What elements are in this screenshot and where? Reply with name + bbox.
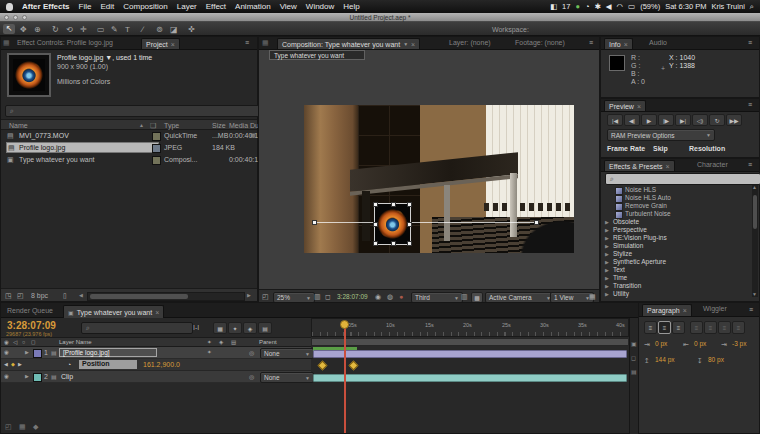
justify-last-right-button[interactable]: ≡ <box>718 321 731 334</box>
logo-layer[interactable] <box>374 203 411 245</box>
camera-tool-icon[interactable]: ⟲ <box>66 26 73 34</box>
tab-info[interactable]: Info × <box>604 38 633 49</box>
layer-bar-clip[interactable] <box>313 374 627 382</box>
layer-row[interactable]: ◉ ▶ 2 ▤ Clip ◎ None ▼ <box>1 371 311 383</box>
justify-last-left-button[interactable]: ≡ <box>690 321 703 334</box>
tab-effects-presets[interactable]: Effects & Presets × <box>604 160 675 171</box>
lock-icon[interactable]: ◻ <box>31 340 36 346</box>
trash-icon[interactable]: ▯ <box>63 292 67 299</box>
interpret-footage-icon[interactable]: ◳ <box>5 292 12 299</box>
tab-timeline-comp[interactable]: ▣ Type whatever you want × <box>63 305 164 318</box>
always-preview-icon[interactable]: ◰ <box>262 293 269 300</box>
effect-category[interactable]: Utility <box>613 290 629 298</box>
eye-icon[interactable]: ◉ <box>4 350 9 356</box>
channel-icon[interactable]: ● <box>399 293 403 300</box>
play-button[interactable]: ▶ <box>641 114 657 126</box>
menu-after-effects[interactable]: After Effects <box>22 2 70 11</box>
type-tool-icon[interactable]: T <box>125 26 130 34</box>
parent-dropdown[interactable]: None ▼ <box>260 348 314 359</box>
track-lock-icon[interactable]: ◻ <box>631 355 636 361</box>
selection-tool-button[interactable]: ↖ <box>3 24 15 34</box>
selection-handle[interactable] <box>407 202 412 207</box>
pen-tool-icon[interactable]: ✎ <box>111 26 118 34</box>
twirl-icon[interactable]: ▶ <box>605 292 609 297</box>
parent-dropdown[interactable]: None ▼ <box>260 372 314 383</box>
layer-bar-logo[interactable] <box>313 350 627 358</box>
tag-column-icon[interactable]: ❏ <box>150 122 156 130</box>
tab-wiggler[interactable]: Wiggler <box>699 303 731 314</box>
twirl-icon[interactable]: ▶ <box>605 260 609 265</box>
time-ruler[interactable]: 05s 10s 15s 20s 25s 30s 35s 40s <box>311 318 629 337</box>
clone-stamp-tool-icon[interactable]: ⊚ <box>156 26 163 34</box>
tab-paragraph[interactable]: Paragraph × <box>642 304 692 316</box>
effect-category[interactable]: Stylize <box>613 250 632 258</box>
safe-margins-icon[interactable]: ▥ <box>314 293 321 300</box>
eraser-tool-icon[interactable]: ◪ <box>170 26 178 34</box>
panel-menu-icon[interactable]: ≡ <box>748 39 752 46</box>
selection-handle[interactable] <box>373 222 378 227</box>
effect-category[interactable]: RE:Vision Plug-ins <box>613 234 667 242</box>
vertical-scrollbar[interactable]: ▲ ▼ <box>752 185 758 297</box>
effect-category[interactable]: Synthetic Aperture <box>613 258 666 266</box>
tab-layer[interactable]: Layer: (none) <box>445 37 495 48</box>
bit-depth-label[interactable]: 8 bpc <box>31 292 48 300</box>
property-highlight[interactable]: Position <box>79 360 137 369</box>
close-icon[interactable]: × <box>624 41 628 48</box>
menu-file[interactable]: File <box>79 2 92 11</box>
motion-path-start-handle[interactable] <box>312 220 317 225</box>
label-color-chip[interactable] <box>152 156 161 165</box>
menu-help[interactable]: Help <box>343 2 359 11</box>
project-item-thumbnail[interactable] <box>7 53 51 97</box>
last-frame-button[interactable]: ▶| <box>675 114 691 126</box>
title-bar[interactable]: Untitled Project.aep * <box>0 13 760 22</box>
status-dot-icon[interactable]: ● <box>575 2 580 11</box>
layer-color-chip[interactable] <box>33 349 42 358</box>
tab-project[interactable]: Project × <box>141 38 180 49</box>
indent-first-line-value[interactable]: -3 px <box>732 340 746 348</box>
selection-handle[interactable] <box>391 202 396 207</box>
keyframe-diamond[interactable] <box>349 361 359 371</box>
scroll-down-icon[interactable]: ▼ <box>752 292 757 297</box>
status-clock-icon[interactable]: ◔ <box>585 2 590 11</box>
menu-animation[interactable]: Animation <box>235 2 271 11</box>
indent-right-value[interactable]: 0 px <box>694 340 706 348</box>
tab-preview[interactable]: Preview × <box>604 100 646 111</box>
eye-icon[interactable]: ◉ <box>4 374 9 380</box>
space-after-value[interactable]: 80 px <box>708 356 724 364</box>
loop-button[interactable]: ↻ <box>709 114 725 126</box>
status-app-icon[interactable]: ◧ <box>550 2 557 11</box>
effect-item[interactable]: Turbulent Noise <box>625 210 671 218</box>
table-row[interactable]: ▤ MVI_0773.MOV QuickTime ...MB 0:00:40:1… <box>1 130 257 142</box>
layer-color-chip[interactable] <box>33 373 42 382</box>
parent-column[interactable]: Parent <box>259 339 277 346</box>
twirl-icon[interactable]: ▶ <box>605 244 609 249</box>
layer-name-editbox[interactable]: [Profile logo.jpg] <box>59 348 157 357</box>
switch-icon[interactable]: ✦ <box>207 350 212 356</box>
status-user[interactable]: Kris Truini <box>711 2 744 11</box>
project-search-box[interactable]: ⌕ <box>5 105 261 117</box>
ram-preview-options-dropdown[interactable]: RAM Preview Options ▼ <box>607 129 715 141</box>
space-before-value[interactable]: 144 px <box>655 356 675 364</box>
layer-name[interactable]: Clip <box>61 373 73 381</box>
zoom-keyframes-icon[interactable]: ◆ <box>33 423 38 430</box>
prev-frame-button[interactable]: ◀| <box>624 114 640 126</box>
table-row[interactable]: ▣ Type whatever you want Composi... 0:00… <box>1 154 257 166</box>
frame-blend-button[interactable]: ◈ <box>243 322 257 334</box>
tab-character[interactable]: Character <box>693 159 732 170</box>
panel-menu-icon[interactable]: ≡ <box>245 39 249 46</box>
mask-visibility-icon[interactable]: ◻ <box>325 293 331 300</box>
comp-marker-icon[interactable]: ▣ <box>631 341 637 347</box>
tab-effect-controls[interactable]: Effect Controls: Profile logo.jpg <box>13 37 117 48</box>
effect-category[interactable]: Text <box>613 266 625 274</box>
panel-menu-icon[interactable]: ≡ <box>749 306 753 313</box>
expand-layers-icon[interactable]: ◰ <box>5 423 12 430</box>
menu-composition[interactable]: Composition <box>123 2 167 11</box>
project-item-title[interactable]: Profile logo.jpg ▼, used 1 time <box>57 54 152 62</box>
close-icon[interactable]: × <box>666 163 670 170</box>
twirl-icon[interactable]: ▶ <box>605 236 609 241</box>
panel-menu-icon[interactable]: ≡ <box>748 101 752 108</box>
puppet-pin-tool-icon[interactable]: ✜ <box>188 26 195 34</box>
twirl-icon[interactable]: ▶ <box>25 350 29 355</box>
table-row[interactable]: ▤ Profile logo.jpg JPEG 184 KB <box>1 142 257 154</box>
twirl-icon[interactable]: ▶ <box>25 374 29 379</box>
